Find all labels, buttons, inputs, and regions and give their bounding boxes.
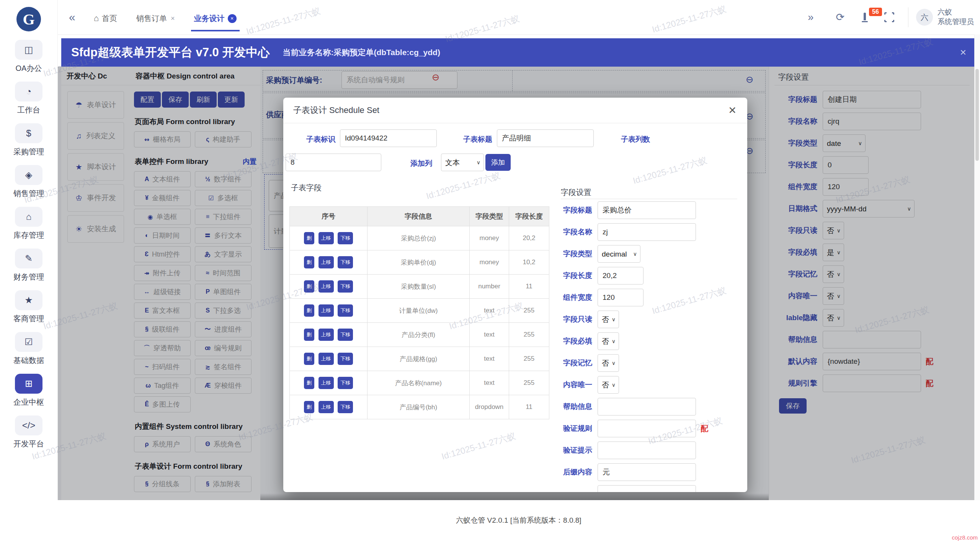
delete-row-button[interactable]: 删 bbox=[304, 256, 314, 268]
readonly-select[interactable]: 否 bbox=[598, 311, 619, 328]
close-tab-icon[interactable]: × bbox=[228, 14, 237, 23]
move-down-button[interactable]: 下移 bbox=[338, 377, 353, 389]
tab-sales-order[interactable]: 销售订单 × bbox=[133, 3, 178, 31]
field-info-cell: 计量单位(dw) bbox=[368, 299, 470, 323]
move-up-button[interactable]: 上移 bbox=[318, 401, 334, 413]
unique-select[interactable]: 否 bbox=[598, 376, 619, 394]
close-tab-icon[interactable]: × bbox=[171, 15, 175, 23]
sidebar-item[interactable]: ◫ OA办公 bbox=[15, 40, 42, 74]
sidebar-item[interactable]: ◈ 销售管理 bbox=[13, 165, 44, 199]
sidebar-item[interactable]: ⊞ 企业中枢 bbox=[13, 374, 44, 407]
delete-row-button[interactable]: 删 bbox=[304, 353, 314, 365]
field-label: 组件宽度 bbox=[561, 293, 592, 303]
clipped-input[interactable] bbox=[598, 485, 696, 492]
scrollbar-thumb[interactable] bbox=[975, 69, 979, 161]
validation-hint-input[interactable] bbox=[598, 442, 696, 459]
sidebar-item[interactable]: ⌂ 库存管理 bbox=[13, 207, 44, 240]
component-width-input[interactable] bbox=[598, 289, 644, 306]
validation-rule-input[interactable] bbox=[598, 420, 696, 437]
footer-version-text: 六蚁仓管 V2.0.1 [当前系统版本：8.0.8] bbox=[57, 515, 980, 525]
move-down-button[interactable]: 下移 bbox=[338, 329, 353, 341]
sidebar-item[interactable]: $ 采购管理 bbox=[13, 123, 44, 157]
sidebar-item-label: 基础数据 bbox=[13, 355, 44, 366]
move-down-button[interactable]: 下移 bbox=[338, 353, 353, 365]
delete-row-button[interactable]: 删 bbox=[304, 329, 314, 341]
move-down-button[interactable]: 下移 bbox=[338, 256, 353, 268]
collapse-sidebar-icon[interactable]: « bbox=[69, 11, 75, 24]
field-type-cell: money bbox=[470, 226, 509, 250]
sidebar-item-icon: ☑ bbox=[15, 332, 42, 352]
suffix-input[interactable] bbox=[598, 463, 696, 481]
notifications-bell[interactable]: 56 bbox=[864, 14, 866, 21]
move-down-button[interactable]: 下移 bbox=[338, 232, 353, 244]
fullscreen-icon[interactable] bbox=[884, 12, 894, 22]
move-up-button[interactable]: 上移 bbox=[318, 353, 334, 365]
move-up-button[interactable]: 上移 bbox=[318, 304, 334, 317]
move-up-button[interactable]: 上移 bbox=[318, 377, 334, 389]
add-column-button[interactable]: 添加 bbox=[485, 154, 511, 171]
sidebar-item-icon: ★ bbox=[15, 290, 42, 310]
sidebar-item-icon: ◫ bbox=[15, 40, 42, 60]
row-actions: 删 上移 下移 bbox=[290, 275, 368, 299]
delete-row-button[interactable]: 删 bbox=[304, 401, 314, 413]
divider bbox=[908, 7, 908, 27]
move-down-button[interactable]: 下移 bbox=[338, 401, 353, 413]
row-actions: 删 上移 下移 bbox=[290, 226, 368, 250]
required-select[interactable]: 否 bbox=[598, 332, 619, 350]
row-actions: 删 上移 下移 bbox=[290, 347, 368, 371]
subtable-cols-input[interactable] bbox=[286, 154, 381, 171]
memory-select[interactable]: 否 bbox=[598, 354, 619, 372]
sidebar-item[interactable]: ★ 客商管理 bbox=[13, 290, 44, 324]
move-up-button[interactable]: 上移 bbox=[318, 256, 334, 268]
sidebar-item[interactable]: ◔ 工作台 bbox=[15, 82, 42, 115]
field-title-input[interactable] bbox=[598, 201, 696, 219]
subtable-title-input[interactable] bbox=[497, 129, 594, 147]
modal-close-icon[interactable]: ✕ bbox=[728, 105, 737, 116]
clipped-row bbox=[561, 486, 741, 492]
field-type-cell: text bbox=[470, 299, 509, 323]
field-type-select[interactable]: decimal bbox=[598, 245, 640, 263]
move-up-button[interactable]: 上移 bbox=[318, 232, 334, 244]
user-info[interactable]: 六蚁 系统管理员 bbox=[938, 8, 974, 26]
sidebar-item-label: 工作台 bbox=[17, 105, 40, 115]
field-length-row: 字段长度 bbox=[561, 267, 741, 284]
modal-header: 子表设计 Schedule Set ✕ bbox=[283, 98, 747, 123]
subtable-cols-label: 子表列数 bbox=[621, 134, 650, 144]
field-length-input[interactable] bbox=[598, 267, 644, 285]
field-name-input[interactable] bbox=[598, 223, 696, 241]
field-info-cell: 产品编号(bh) bbox=[368, 395, 470, 419]
tab-business-design[interactable]: 业务设计 × bbox=[191, 3, 240, 31]
field-info-cell: 采购数量(sl) bbox=[368, 275, 470, 299]
modal-field-settings-rows: 字段标题 字段名称 字段类型 decimal 字段长度 组件宽度 字段只读 bbox=[561, 202, 741, 492]
sidebar-item-label: 财务管理 bbox=[13, 272, 44, 282]
field-length-cell: 255 bbox=[509, 299, 549, 323]
move-up-button[interactable]: 上移 bbox=[318, 329, 334, 341]
page-scrollbar[interactable] bbox=[974, 34, 980, 500]
table-row: 删 上移 下移 产品名称(name) text 255 bbox=[290, 371, 549, 395]
move-up-button[interactable]: 上移 bbox=[318, 280, 334, 293]
sidebar-item[interactable]: ✎ 财务管理 bbox=[13, 249, 44, 282]
field-info-cell: 产品分类(fl) bbox=[368, 323, 470, 347]
close-designer-icon[interactable]: × bbox=[960, 46, 966, 59]
delete-row-button[interactable]: 删 bbox=[304, 304, 314, 317]
configure-link[interactable]: 配 bbox=[701, 424, 708, 434]
add-column-type-select[interactable]: 文本 bbox=[441, 154, 484, 171]
table-row: 删 上移 下移 采购单价(dj) money 10,2 bbox=[290, 250, 549, 275]
expand-icon[interactable]: » bbox=[808, 11, 813, 23]
sidebar-nav: ◫ OA办公 ◔ 工作台 $ 采购管理 ◈ 销售管理 ⌂ 库存管理 bbox=[0, 40, 57, 457]
refresh-icon[interactable]: ⟳ bbox=[836, 11, 844, 23]
sidebar-item-icon: </> bbox=[15, 415, 42, 435]
delete-row-button[interactable]: 删 bbox=[304, 280, 314, 293]
move-down-button[interactable]: 下移 bbox=[338, 304, 353, 317]
sidebar-item[interactable]: ☑ 基础数据 bbox=[13, 332, 44, 366]
subtable-id-input[interactable] bbox=[340, 129, 437, 147]
delete-row-button[interactable]: 删 bbox=[304, 232, 314, 244]
tab-home[interactable]: ⌂ 首页 bbox=[91, 3, 120, 31]
avatar[interactable]: 六 bbox=[916, 9, 933, 26]
delete-row-button[interactable]: 删 bbox=[304, 377, 314, 389]
help-info-row: 帮助信息 bbox=[561, 398, 741, 415]
move-down-button[interactable]: 下移 bbox=[338, 280, 353, 293]
site-watermark: cojz8.com bbox=[952, 534, 978, 541]
help-info-input[interactable] bbox=[598, 398, 696, 415]
sidebar-item[interactable]: </> 开发平台 bbox=[13, 415, 44, 449]
